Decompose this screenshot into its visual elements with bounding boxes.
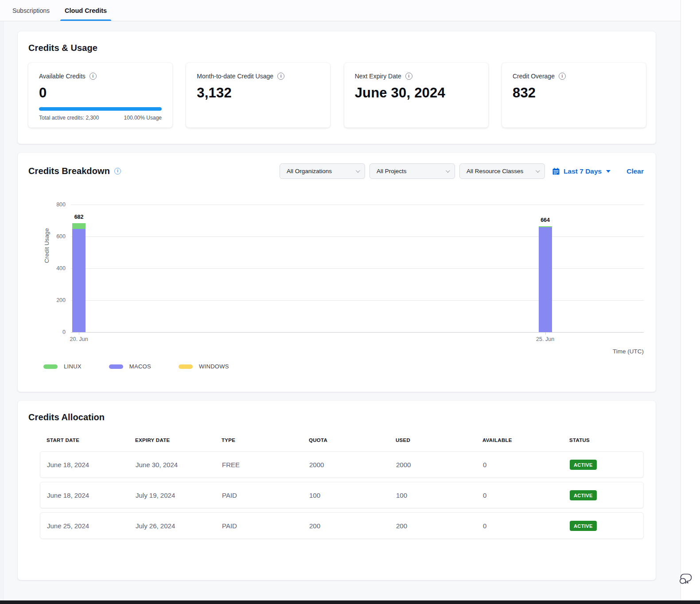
chart-gridline — [71, 332, 644, 333]
y-axis-tick-label: 400 — [56, 265, 66, 271]
info-icon-blue[interactable]: i — [114, 168, 121, 174]
info-icon[interactable]: i — [89, 73, 97, 80]
next-expiry-label: Next Expiry Date — [355, 73, 401, 80]
support-chat-button[interactable] — [677, 570, 694, 587]
stat-card-available-credits: Available Credits i 0 Total active credi… — [28, 63, 172, 128]
tab-bar: Subscriptions Cloud Credits — [0, 0, 681, 21]
credits-breakdown-title: Credits Breakdown — [28, 166, 110, 176]
bar-value-label: 682 — [74, 214, 84, 220]
chart-legend: LINUXMACOSWINDOWS — [43, 363, 644, 370]
chart-gridline — [71, 236, 644, 237]
legend-swatch-macos — [109, 364, 123, 369]
organizations-select-value: All Organizations — [287, 168, 332, 174]
x-axis-tick — [79, 332, 79, 335]
credits-allocation-section: Credits Allocation START DATE EXPIRY DAT… — [18, 401, 656, 580]
credits-usage-title: Credits & Usage — [28, 43, 646, 53]
column-header-start-date: START DATE — [47, 438, 135, 443]
organizations-select[interactable]: All Organizations — [280, 163, 365, 179]
status-badge: ACTIVE — [570, 460, 597, 470]
x-axis-tick-label: 20. Jun — [70, 336, 88, 342]
chevron-down-icon — [536, 168, 540, 173]
status-badge: ACTIVE — [570, 490, 597, 500]
cell-used: 100 — [396, 492, 483, 499]
tab-subscriptions-label: Subscriptions — [12, 7, 50, 14]
cell-quota: 200 — [309, 522, 396, 530]
info-icon[interactable]: i — [559, 73, 566, 80]
legend-swatch-windows — [179, 364, 193, 369]
stat-card-next-expiry: Next Expiry Date i June 30, 2024 — [344, 63, 488, 128]
chat-bubble-small-icon — [680, 578, 686, 583]
credits-progress-track — [39, 107, 162, 111]
breakdown-filters: All Organizations All Projects All Resou… — [280, 163, 644, 179]
table-row[interactable]: June 18, 2024 June 30, 2024 FREE 2000 20… — [40, 451, 644, 478]
x-axis-tick-label: 25. Jun — [536, 336, 554, 342]
calendar-icon — [552, 167, 560, 175]
projects-select[interactable]: All Projects — [369, 163, 455, 179]
chevron-down-icon — [356, 168, 360, 173]
cell-expiry-date: July 19, 2024 — [136, 492, 222, 499]
credit-overage-value: 832 — [513, 85, 635, 101]
y-axis-tick-label: 800 — [56, 201, 66, 208]
y-axis-tick-label: 200 — [56, 297, 66, 303]
stat-card-mtd-usage: Month-to-date Credit Usage i 3,132 — [186, 63, 330, 128]
table-body: June 18, 2024 June 30, 2024 FREE 2000 20… — [40, 451, 644, 539]
tab-cloud-credits-label: Cloud Credits — [65, 7, 107, 14]
credit-overage-label: Credit Overage — [513, 73, 555, 80]
credits-progress-fill — [39, 107, 162, 111]
cell-start-date: June 18, 2024 — [47, 492, 136, 499]
cell-expiry-date: June 30, 2024 — [136, 461, 222, 468]
legend-item-windows[interactable]: WINDOWS — [179, 363, 229, 370]
date-range-value: Last 7 Days — [564, 167, 602, 175]
column-header-available: AVAILABLE — [482, 438, 569, 443]
bottom-window-edge — [0, 600, 700, 604]
bar-segment-macos — [539, 227, 552, 332]
available-credits-value: 0 — [39, 85, 162, 101]
stat-card-credit-overage: Credit Overage i 832 — [502, 63, 646, 128]
tab-cloud-credits[interactable]: Cloud Credits — [62, 0, 109, 21]
legend-label: WINDOWS — [199, 363, 229, 370]
date-range-picker[interactable]: Last 7 Days — [552, 167, 611, 175]
table-row[interactable]: June 25, 2024 July 26, 2024 PAID 200 200… — [40, 512, 644, 539]
bar-segment-macos — [72, 229, 86, 332]
caret-down-icon — [606, 170, 611, 173]
next-expiry-value: June 30, 2024 — [355, 85, 478, 101]
cell-available: 0 — [483, 492, 570, 499]
clear-filters-button[interactable]: Clear — [626, 167, 644, 175]
credits-allocation-table: START DATE EXPIRY DATE TYPE QUOTA USED A… — [40, 438, 644, 539]
info-icon[interactable]: i — [405, 73, 412, 80]
chart-bar[interactable]: 664 — [539, 226, 552, 332]
credits-breakdown-section: Credits Breakdown i All Organizations Al… — [18, 153, 656, 392]
cell-type: FREE — [222, 461, 309, 468]
y-axis-tick-label: 0 — [62, 329, 66, 335]
resource-classes-select[interactable]: All Resource Classes — [459, 163, 545, 179]
projects-select-value: All Projects — [377, 168, 407, 174]
usage-percent-text: 100.00% Usage — [124, 115, 162, 121]
column-header-quota: QUOTA — [309, 438, 396, 443]
bar-segment-linux — [72, 223, 86, 229]
cell-used: 200 — [396, 522, 483, 530]
active-tab-underline — [60, 19, 111, 21]
legend-swatch-linux — [43, 364, 58, 369]
chart-x-axis-title: Time (UTC) — [613, 348, 644, 355]
column-header-used: USED — [396, 438, 482, 443]
chevron-down-icon — [446, 168, 450, 173]
legend-item-linux[interactable]: LINUX — [43, 363, 82, 370]
total-active-credits-text: Total active credits: 2,300 — [39, 115, 99, 121]
available-credits-label: Available Credits — [39, 73, 86, 80]
left-gutter — [0, 21, 4, 600]
cell-start-date: June 25, 2024 — [47, 522, 136, 530]
column-header-status: STATUS — [569, 438, 644, 443]
legend-item-macos[interactable]: MACOS — [109, 363, 151, 370]
tab-subscriptions[interactable]: Subscriptions — [10, 0, 52, 21]
main-content-area: Subscriptions Cloud Credits Credits & Us… — [0, 0, 681, 600]
cell-type: PAID — [222, 492, 309, 499]
chart-gridline — [71, 268, 644, 269]
table-row[interactable]: June 18, 2024 July 19, 2024 PAID 100 100… — [40, 482, 644, 508]
cell-start-date: June 18, 2024 — [47, 461, 136, 468]
chart-bar[interactable]: 682 — [72, 223, 86, 332]
column-header-expiry-date: EXPIRY DATE — [135, 438, 222, 443]
info-icon[interactable]: i — [277, 73, 284, 80]
cell-type: PAID — [222, 522, 309, 530]
cell-expiry-date: July 26, 2024 — [136, 522, 222, 530]
column-header-type: TYPE — [222, 438, 309, 443]
